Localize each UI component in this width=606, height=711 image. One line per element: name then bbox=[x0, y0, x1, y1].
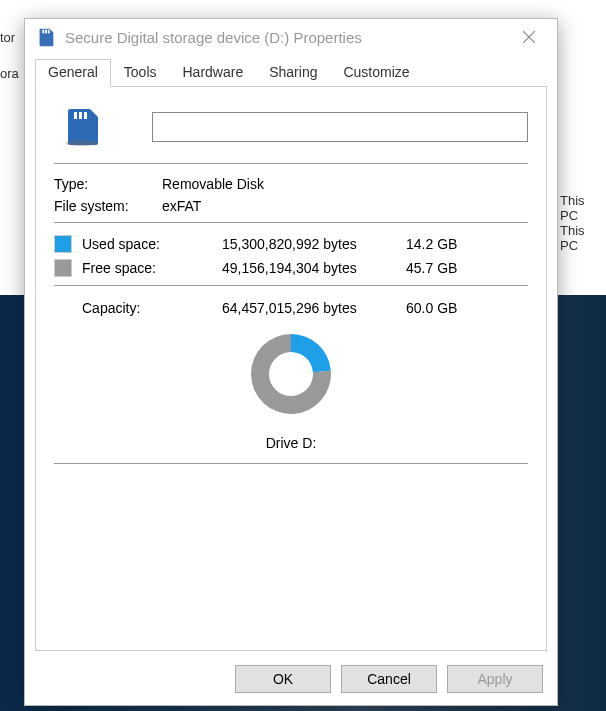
svg-point-8 bbox=[66, 140, 98, 146]
apply-button[interactable]: Apply bbox=[447, 665, 543, 693]
filesystem-value: exFAT bbox=[162, 198, 201, 214]
filesystem-label: File system: bbox=[54, 198, 162, 214]
titlebar: Secure Digital storage device (D:) Prope… bbox=[25, 19, 557, 55]
properties-dialog: Secure Digital storage device (D:) Prope… bbox=[24, 18, 558, 706]
free-swatch bbox=[54, 259, 72, 277]
cancel-button[interactable]: Cancel bbox=[341, 665, 437, 693]
bg-left-text-2: ora bbox=[0, 66, 19, 81]
used-swatch bbox=[54, 235, 72, 253]
free-space-gb: 45.7 GB bbox=[406, 260, 457, 276]
free-space-bytes: 49,156,194,304 bytes bbox=[222, 260, 406, 276]
close-button[interactable] bbox=[511, 23, 547, 51]
sd-card-icon bbox=[35, 26, 57, 48]
tab-strip: General Tools Hardware Sharing Customize bbox=[35, 59, 547, 87]
dialog-buttons: OK Cancel Apply bbox=[235, 665, 543, 693]
separator-3 bbox=[54, 285, 528, 286]
separator-2 bbox=[54, 222, 528, 223]
capacity-bytes: 64,457,015,296 bytes bbox=[222, 300, 406, 316]
used-space-bytes: 15,300,820,992 bytes bbox=[222, 236, 406, 252]
tab-customize[interactable]: Customize bbox=[330, 59, 422, 86]
bg-left-text-1: tor bbox=[0, 30, 15, 45]
capacity-label: Capacity: bbox=[82, 300, 222, 316]
close-icon bbox=[523, 31, 535, 43]
used-space-gb: 14.2 GB bbox=[406, 236, 457, 252]
free-space-label: Free space: bbox=[82, 260, 222, 276]
drive-name-input[interactable] bbox=[152, 112, 528, 142]
svg-rect-0 bbox=[42, 30, 44, 34]
drive-icon bbox=[60, 105, 104, 149]
svg-rect-5 bbox=[74, 112, 77, 119]
used-space-label: Used space: bbox=[82, 236, 222, 252]
type-label: Type: bbox=[54, 176, 162, 192]
separator-1 bbox=[54, 163, 528, 164]
svg-rect-7 bbox=[84, 112, 87, 119]
capacity-gb: 60.0 GB bbox=[406, 300, 457, 316]
usage-chart bbox=[54, 326, 528, 425]
tab-tools[interactable]: Tools bbox=[111, 59, 170, 86]
separator-4 bbox=[54, 463, 528, 464]
bg-this-pc-2: This PC bbox=[560, 223, 606, 253]
tab-general[interactable]: General bbox=[35, 59, 111, 87]
drive-label: Drive D: bbox=[54, 435, 528, 451]
svg-rect-2 bbox=[48, 30, 50, 34]
tab-hardware[interactable]: Hardware bbox=[170, 59, 257, 86]
bg-this-pc-1: This PC bbox=[560, 193, 606, 223]
window-title: Secure Digital storage device (D:) Prope… bbox=[65, 29, 511, 46]
tab-sharing[interactable]: Sharing bbox=[256, 59, 330, 86]
type-value: Removable Disk bbox=[162, 176, 264, 192]
ok-button[interactable]: OK bbox=[235, 665, 331, 693]
svg-rect-6 bbox=[79, 112, 82, 119]
svg-rect-1 bbox=[45, 30, 47, 34]
tab-content-general: Type: Removable Disk File system: exFAT … bbox=[35, 87, 547, 651]
